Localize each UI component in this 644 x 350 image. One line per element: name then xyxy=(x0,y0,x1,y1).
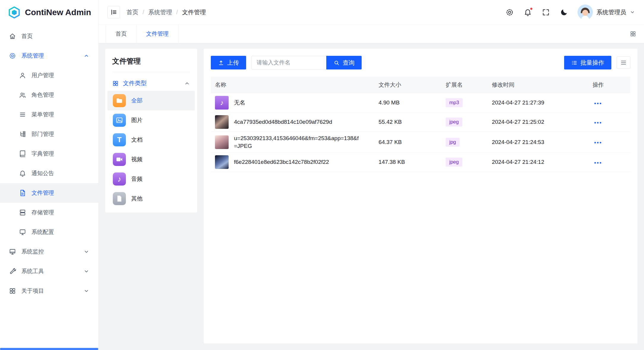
dark-mode-moon-icon[interactable] xyxy=(560,8,568,16)
sidebar-item-about-project[interactable]: 关于项目 xyxy=(0,281,98,301)
breadcrumb-item[interactable]: 系统管理 xyxy=(148,8,172,16)
table-density-button[interactable] xyxy=(617,56,630,69)
upload-button[interactable]: 上传 xyxy=(211,56,246,69)
menu-fold-icon xyxy=(110,9,117,16)
file-size: 147.38 KB xyxy=(374,153,442,172)
breadcrumb-item-current: 文件管理 xyxy=(182,8,206,16)
row-more-actions-icon[interactable] xyxy=(593,120,603,126)
file-thumbnail xyxy=(215,135,229,149)
sidebar-item-label: 文件管理 xyxy=(31,189,54,197)
sidebar-item-notices[interactable]: 通知公告 xyxy=(0,164,98,183)
file-type-other[interactable]: 其他 xyxy=(107,189,195,208)
app-layout: ContiNew Admin 首页 系统管理 用户管理 角色管理 xyxy=(0,0,644,350)
app-logo[interactable]: ContiNew Admin xyxy=(0,0,98,25)
file-type-all[interactable]: 全部 xyxy=(107,91,195,110)
row-more-actions-icon[interactable] xyxy=(593,100,603,107)
search-group: 查询 xyxy=(251,56,362,69)
sidebar-item-label: 系统管理 xyxy=(21,52,44,60)
sidebar-scrollbar[interactable] xyxy=(0,348,98,350)
sidebar-item-home[interactable]: 首页 xyxy=(0,26,98,46)
fullscreen-icon[interactable] xyxy=(542,8,550,16)
table-row[interactable]: ♪无名 4.90 MB mp3 2024-04-27 21:27:39 xyxy=(211,93,630,113)
video-icon xyxy=(113,153,126,166)
batch-operations-button[interactable]: 批量操作 xyxy=(564,56,611,69)
file-name: f6e228401e8ed623bc142c78b2f02f22 xyxy=(234,158,329,166)
file-type-video[interactable]: 视频 xyxy=(107,150,195,169)
sidebar-item-system-management[interactable]: 系统管理 xyxy=(0,46,98,66)
sidebar-item-label: 首页 xyxy=(21,32,33,40)
file-toolbar: 上传 查询 批量操作 xyxy=(211,56,630,69)
file-thumbnail xyxy=(215,155,229,169)
file-type-label: 文档 xyxy=(131,136,143,144)
row-more-actions-icon[interactable] xyxy=(593,140,603,146)
sidebar-item-storage[interactable]: 存储管理 xyxy=(0,203,98,222)
sidebar-item-departments[interactable]: 部门管理 xyxy=(0,124,98,144)
extension-tag: jpg xyxy=(446,138,460,147)
sidebar-item-label: 菜单管理 xyxy=(31,111,54,118)
table-row[interactable]: 4ca77935ed0d48bd814c10e09af7629d 55.42 K… xyxy=(211,113,630,132)
file-type-audio[interactable]: ♪ 音频 xyxy=(107,169,195,189)
notification-bell-icon[interactable] xyxy=(524,8,532,16)
search-input[interactable] xyxy=(251,56,326,69)
sidebar-item-label: 系统监控 xyxy=(21,248,44,256)
list-icon xyxy=(19,111,26,118)
logo-icon xyxy=(8,6,21,19)
home-icon xyxy=(9,33,16,40)
sidebar-item-files[interactable]: 文件管理 xyxy=(0,183,98,203)
sidebar-item-users[interactable]: 用户管理 xyxy=(0,66,98,85)
monitor-icon xyxy=(19,229,26,236)
sidebar-item-label: 用户管理 xyxy=(31,72,54,79)
column-header-modified: 修改时间 xyxy=(488,77,588,93)
sidebar-item-system-monitor[interactable]: 系统监控 xyxy=(0,242,98,262)
chevron-down-icon xyxy=(83,288,89,294)
search-button[interactable]: 查询 xyxy=(326,56,362,69)
tab-home[interactable]: 首页 xyxy=(106,25,137,43)
settings-gear-icon[interactable] xyxy=(506,8,514,16)
sidebar-menu: 首页 系统管理 用户管理 角色管理 菜单管理 xyxy=(0,25,98,350)
topbar-actions xyxy=(506,8,568,16)
tree-icon xyxy=(19,131,26,138)
chevron-up-icon xyxy=(83,53,89,59)
extension-tag: jpeg xyxy=(446,118,462,126)
topbar: 首页 / 系统管理 / 文件管理 系统管理员 xyxy=(99,0,644,25)
modified-time: 2024-04-27 21:27:39 xyxy=(488,93,588,113)
tab-file-management[interactable]: 文件管理 xyxy=(137,25,178,43)
tabbar: 首页 文件管理 xyxy=(99,25,644,43)
user-name: 系统管理员 xyxy=(596,8,626,16)
tab-actions-grid-icon[interactable] xyxy=(622,25,644,43)
file-type-label: 视频 xyxy=(131,156,143,163)
sidebar-item-system-tools[interactable]: 系统工具 xyxy=(0,262,98,281)
file-type-document[interactable]: T 文档 xyxy=(107,130,195,150)
user-menu[interactable]: 系统管理员 xyxy=(577,4,635,20)
sidebar-item-menus[interactable]: 菜单管理 xyxy=(0,105,98,124)
monitor-pulse-icon xyxy=(9,248,16,255)
sidebar-submenu-system: 用户管理 角色管理 菜单管理 部门管理 字典管理 xyxy=(0,66,98,242)
table-row[interactable]: u=2530392133,4153646046&fm=253&app=138&f… xyxy=(211,132,630,153)
avatar xyxy=(577,4,593,20)
table-row[interactable]: f6e228401e8ed623bc142c78b2f02f22 147.38 … xyxy=(211,153,630,172)
file-generic-icon xyxy=(113,192,126,205)
sidebar-collapse-button[interactable] xyxy=(107,6,120,18)
image-icon xyxy=(113,114,126,127)
main-column: 首页 / 系统管理 / 文件管理 系统管理员 首页 xyxy=(99,0,644,350)
sidebar-item-label: 角色管理 xyxy=(31,91,54,99)
sidebar-item-dictionary[interactable]: 字典管理 xyxy=(0,144,98,164)
sidebar-item-system-config[interactable]: 系统配置 xyxy=(0,222,98,242)
sidebar-item-roles[interactable]: 角色管理 xyxy=(0,85,98,105)
row-more-actions-icon[interactable] xyxy=(593,160,603,166)
upload-icon xyxy=(218,60,224,66)
table-header-row: 名称 文件大小 扩展名 修改时间 操作 xyxy=(211,77,630,93)
density-lines-icon xyxy=(620,59,627,66)
column-header-ext: 扩展名 xyxy=(442,77,488,93)
sidebar-item-label: 系统配置 xyxy=(31,228,54,236)
column-header-actions: 操作 xyxy=(588,77,630,93)
chevron-up-icon xyxy=(184,80,190,86)
user-icon xyxy=(19,72,26,79)
sidebar: ContiNew Admin 首页 系统管理 用户管理 角色管理 xyxy=(0,0,99,350)
file-type-group-toggle[interactable]: 文件类型 xyxy=(112,79,190,87)
panel-title: 文件管理 xyxy=(112,56,190,72)
file-type-label: 全部 xyxy=(131,97,143,104)
file-type-image[interactable]: 图片 xyxy=(107,110,195,130)
document-icon: T xyxy=(113,133,126,146)
breadcrumb-item[interactable]: 首页 xyxy=(126,8,138,16)
